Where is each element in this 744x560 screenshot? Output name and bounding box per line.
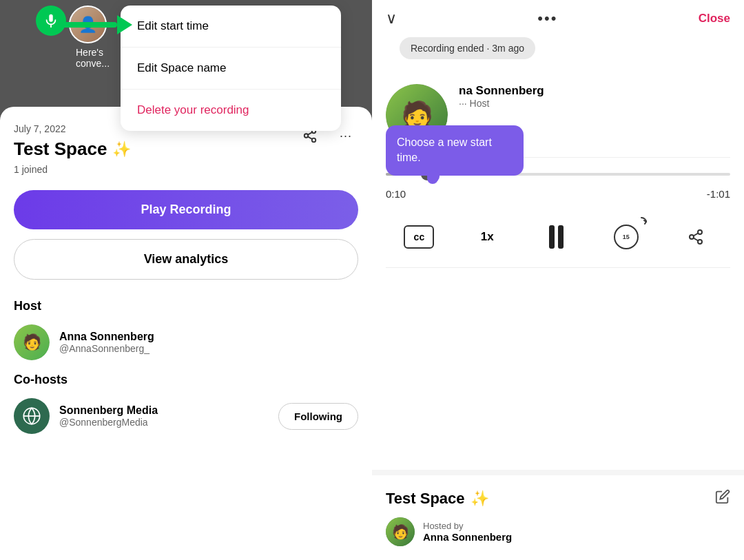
edit-icon[interactable] xyxy=(715,489,730,508)
svg-line-5 xyxy=(308,136,312,139)
skip-circle: 15 xyxy=(614,225,639,249)
edit-space-name-item[interactable]: Edit Space name xyxy=(121,48,341,90)
skip-label: 15 xyxy=(623,234,630,240)
speed-button[interactable]: 1x xyxy=(471,220,504,253)
green-arrow xyxy=(62,15,132,34)
current-time: 0:10 xyxy=(386,188,406,200)
svg-rect-0 xyxy=(49,14,53,22)
right-panel: ∨ ••• Close Recording ended · 3m ago 🧑 C… xyxy=(372,0,744,560)
recording-status-badge: Recording ended · 3m ago xyxy=(400,37,535,59)
bottom-sparkle-icon: ✨ xyxy=(471,490,489,508)
cohost-avatar[interactable] xyxy=(14,398,50,434)
svg-line-13 xyxy=(693,234,698,236)
heres-text: Here'sconve... xyxy=(76,47,110,69)
more-options-button[interactable]: ••• xyxy=(537,10,557,28)
bottom-host-avatar[interactable]: 🧑 xyxy=(386,517,415,546)
svg-line-12 xyxy=(693,238,698,241)
delete-recording-item[interactable]: Delete your recording xyxy=(121,90,341,131)
top-background: 👤 Here'sconve... Edit start time Edit Sp… xyxy=(0,0,372,121)
svg-point-11 xyxy=(698,240,702,244)
dropdown-menu: Edit start time Edit Space name Delete y… xyxy=(121,6,341,131)
close-button[interactable]: Close xyxy=(699,12,730,25)
bottom-title-row: Test Space ✨ xyxy=(386,489,730,508)
hosted-by-name: Anna Sonnenberg xyxy=(423,531,512,543)
svg-line-6 xyxy=(308,132,312,135)
following-button[interactable]: Following xyxy=(278,403,358,430)
right-host-area: 🧑 Choose a new start time. na Sonnenberg… xyxy=(386,84,730,146)
skip-arrow-icon xyxy=(634,216,647,226)
cohost-name: Sonnenberg Media xyxy=(59,404,158,417)
right-host-info: na Sonnenberg ··· Host xyxy=(459,84,544,112)
host-section-title: Host xyxy=(14,299,358,313)
time-row: 0:10 -1:01 xyxy=(386,188,730,200)
pause-bar-left xyxy=(549,225,555,249)
right-host-name: na Sonnenberg xyxy=(459,84,544,98)
tooltip-text: Choose a new start time. xyxy=(397,136,492,163)
svg-point-10 xyxy=(690,235,694,239)
cohost-handle: @SonnenbergMedia xyxy=(59,417,158,428)
cc-label: cc xyxy=(414,231,425,242)
host-info: Anna Sonnenberg @AnnaSonnenberg_ xyxy=(59,331,154,354)
card-title-text: Test Space xyxy=(14,138,107,160)
controls-row: cc 1x 15 xyxy=(386,214,730,268)
host-avatar[interactable]: 🧑 xyxy=(14,324,50,360)
bottom-title-text: Test Space xyxy=(386,490,465,508)
sparkle-icon: ✨ xyxy=(112,141,131,158)
host-handle: @AnnaSonnenberg_ xyxy=(59,343,154,354)
skip-forward-button[interactable]: 15 xyxy=(610,220,643,253)
bottom-card-title: Test Space ✨ xyxy=(386,490,489,508)
bottom-host-row: 🧑 Hosted by Anna Sonnenberg xyxy=(386,517,730,546)
edit-start-time-item[interactable]: Edit start time xyxy=(121,6,341,48)
card-joined: 1 joined xyxy=(14,164,358,175)
right-bottom-card: Test Space ✨ 🧑 Hosted by Anna Sonnenberg xyxy=(372,470,744,560)
right-topbar: ∨ ••• Close xyxy=(372,0,744,37)
cohost-row: Sonnenberg Media @SonnenbergMedia Follow… xyxy=(14,398,358,434)
right-content: 🧑 Choose a new start time. na Sonnenberg… xyxy=(372,84,744,470)
host-name: Anna Sonnenberg xyxy=(59,331,154,343)
chevron-down-icon[interactable]: ∨ xyxy=(386,10,397,28)
arrow-body xyxy=(62,22,117,28)
left-card: ··· July 7, 2022 Test Space ✨ 1 joined P… xyxy=(0,107,372,560)
pause-bar-right xyxy=(558,225,564,249)
left-panel: 👤 Here'sconve... Edit start time Edit Sp… xyxy=(0,0,372,560)
bottom-host-info: Hosted by Anna Sonnenberg xyxy=(423,521,512,543)
remaining-time: -1:01 xyxy=(707,188,730,200)
svg-point-3 xyxy=(304,134,309,138)
cohost-section-title: Co-hosts xyxy=(14,373,358,387)
svg-point-9 xyxy=(698,230,702,234)
play-recording-button[interactable]: Play Recording xyxy=(14,190,358,229)
right-host-role: ··· Host xyxy=(459,98,544,109)
share-button[interactable] xyxy=(679,220,712,253)
tooltip-bubble: Choose a new start time. xyxy=(386,125,524,176)
host-row: 🧑 Anna Sonnenberg @AnnaSonnenberg_ xyxy=(14,324,358,360)
view-analytics-button[interactable]: View analytics xyxy=(14,239,358,280)
hosted-by-label: Hosted by xyxy=(423,521,512,531)
cohost-info: Sonnenberg Media @SonnenbergMedia xyxy=(59,404,158,428)
pause-button[interactable] xyxy=(540,220,573,253)
cc-button[interactable]: cc xyxy=(404,225,434,249)
svg-point-4 xyxy=(312,138,316,143)
arrow-head xyxy=(117,15,132,34)
